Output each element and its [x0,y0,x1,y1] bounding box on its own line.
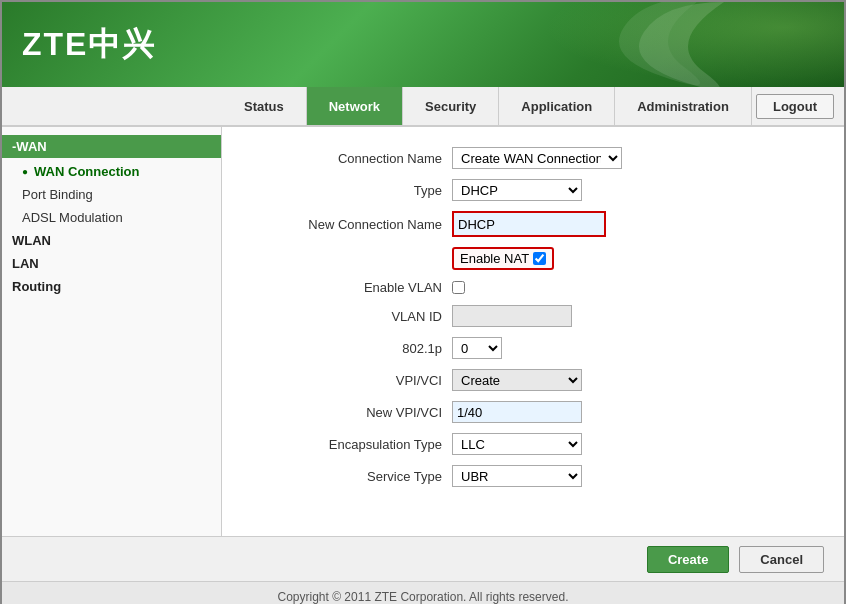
dot1p-select[interactable]: 0 [452,337,502,359]
sidebar: -WAN WAN Connection Port Binding ADSL Mo… [2,127,222,536]
footer: Copyright © 2011 ZTE Corporation. All ri… [2,581,844,604]
vpivci-control: Create [452,369,582,391]
enable-vlan-label: Enable VLAN [252,280,452,295]
vpivci-select[interactable]: Create [452,369,582,391]
vpivci-row: VPI/VCI Create [252,369,814,391]
enable-vlan-row: Enable VLAN [252,280,814,295]
connection-name-control: Create WAN Connection [452,147,622,169]
connection-name-select[interactable]: Create WAN Connection [452,147,622,169]
nav-administration[interactable]: Administration [615,87,752,125]
connection-name-row: Connection Name Create WAN Connection [252,147,814,169]
nav-network[interactable]: Network [307,87,403,125]
dot1p-control: 0 [452,337,502,359]
type-select[interactable]: DHCP [452,179,582,201]
new-connection-name-label: New Connection Name [252,217,452,232]
action-bar: Create Cancel [2,536,844,581]
service-type-control: UBR [452,465,582,487]
new-vpivci-control [452,401,582,423]
vlan-id-input[interactable] [452,305,572,327]
create-button[interactable]: Create [647,546,729,573]
nav-logout-area: Logout [756,94,834,119]
service-type-select[interactable]: UBR [452,465,582,487]
dot1p-row: 802.1p 0 [252,337,814,359]
header: ZTE中兴 [2,2,844,87]
encapsulation-row: Encapsulation Type LLC [252,433,814,455]
cancel-button[interactable]: Cancel [739,546,824,573]
new-connection-name-input[interactable] [454,213,604,235]
new-connection-name-wrapper [452,211,606,237]
enable-nat-wrapper: Enable NAT [452,247,554,270]
enable-vlan-checkbox[interactable] [452,281,465,294]
service-type-row: Service Type UBR [252,465,814,487]
new-vpivci-row: New VPI/VCI [252,401,814,423]
connection-name-label: Connection Name [252,151,452,166]
new-vpivci-label: New VPI/VCI [252,405,452,420]
enable-nat-text: Enable NAT [460,251,529,266]
type-control: DHCP [452,179,582,201]
new-vpivci-input[interactable] [452,401,582,423]
vlan-id-row: VLAN ID [252,305,814,327]
nav-application[interactable]: Application [499,87,615,125]
navbar: Status Network Security Application Admi… [2,87,844,127]
service-type-label: Service Type [252,469,452,484]
enable-nat-row: Enable NAT [252,247,814,270]
type-row: Type DHCP [252,179,814,201]
enable-vlan-control [452,281,465,294]
vlan-id-control [452,305,572,327]
sidebar-routing-section: Routing [2,275,221,298]
dot1p-label: 802.1p [252,341,452,356]
sidebar-wan-section: -WAN [2,135,221,158]
encapsulation-label: Encapsulation Type [252,437,452,452]
nav-security[interactable]: Security [403,87,499,125]
encapsulation-control: LLC [452,433,582,455]
logout-button[interactable]: Logout [756,94,834,119]
enable-nat-control: Enable NAT [452,247,554,270]
sidebar-wlan-section: WLAN [2,229,221,252]
logo: ZTE中兴 [22,23,156,67]
vlan-id-label: VLAN ID [252,309,452,324]
type-label: Type [252,183,452,198]
new-connection-name-control [452,211,606,237]
copyright-text: Copyright © 2011 ZTE Corporation. All ri… [278,590,569,604]
sidebar-lan-section: LAN [2,252,221,275]
new-connection-name-row: New Connection Name [252,211,814,237]
sidebar-item-port-binding[interactable]: Port Binding [2,183,221,206]
encapsulation-select[interactable]: LLC [452,433,582,455]
sidebar-item-adsl-modulation[interactable]: ADSL Modulation [2,206,221,229]
vpivci-label: VPI/VCI [252,373,452,388]
nav-status[interactable]: Status [222,87,307,125]
content-area: -WAN WAN Connection Port Binding ADSL Mo… [2,127,844,536]
main-form: Connection Name Create WAN Connection Ty… [222,127,844,536]
enable-nat-checkbox[interactable] [533,252,546,265]
sidebar-item-wan-connection[interactable]: WAN Connection [2,160,221,183]
